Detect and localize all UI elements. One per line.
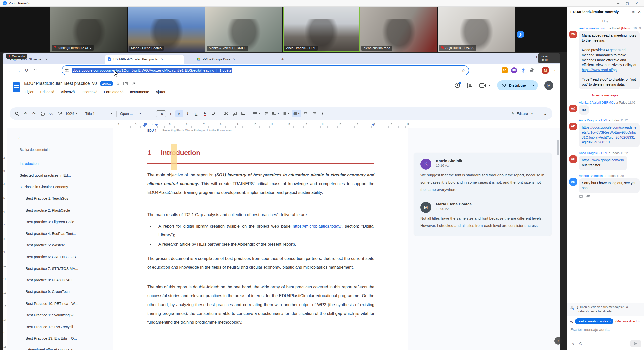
format-text-icon[interactable]: T✎ xyxy=(570,342,574,346)
join-call-button[interactable]: ▼ xyxy=(479,83,491,88)
paragraph-style-select[interactable]: Titlu 1▼ xyxy=(84,110,114,117)
outline-item[interactable]: Best practice 7: STRATOS MA... xyxy=(10,263,111,274)
highlight-color-icon[interactable] xyxy=(210,110,217,117)
message-link[interactable]: https://docs.google.com/spreadsheets/d/1… xyxy=(582,125,637,144)
browser-tab[interactable]: EDU4PlastiCircular_Best practic ✕ xyxy=(105,55,184,64)
outline-item[interactable]: Best practice 3: Filgreen Colle... xyxy=(10,216,111,228)
menu-afieaz[interactable]: Afișează xyxy=(61,90,75,94)
send-button[interactable] xyxy=(630,340,641,347)
bold-button[interactable]: B xyxy=(175,110,183,117)
reply-icon[interactable] xyxy=(579,195,583,199)
indent-marker[interactable] xyxy=(144,123,147,125)
back-icon[interactable]: ← xyxy=(6,68,14,73)
message-more-icon[interactable]: ··· xyxy=(593,195,597,199)
add-comment-icon[interactable] xyxy=(231,110,238,117)
outline-item[interactable]: Best Practice 1: TeachSus xyxy=(10,193,111,204)
outline-item[interactable]: 3. Plastic in Circular Economy ... xyxy=(10,181,111,193)
increase-indent-icon[interactable] xyxy=(310,110,318,117)
home-icon[interactable] xyxy=(31,68,40,73)
horizontal-ruler[interactable]: 2345678910111213141516171819 xyxy=(3,122,560,128)
collapse-toolbar-icon[interactable]: ▴ xyxy=(541,110,549,117)
font-size-input[interactable]: 16 xyxy=(156,110,166,117)
align-select[interactable]: ▼ xyxy=(252,110,262,117)
vertical-ruler[interactable]: 12345678910111213141516 xyxy=(3,128,7,350)
bookmark-star-icon[interactable]: ☆ xyxy=(462,68,465,73)
insert-image-icon[interactable] xyxy=(239,110,247,117)
forward-icon[interactable]: → xyxy=(14,68,23,73)
chat-popout-icon[interactable]: ⧉ xyxy=(632,10,635,14)
undo-icon[interactable]: ↶ xyxy=(22,110,29,117)
menu-fiier[interactable]: Fișier xyxy=(25,90,33,94)
outline-item[interactable]: Introduction xyxy=(10,158,111,169)
outline-item[interactable]: Educational offer of UPT-UTB xyxy=(10,344,111,350)
outline-item[interactable]: Best Practice 13: EnvEdu – O... xyxy=(10,333,111,344)
recipient-selector[interactable]: read.ai meeting notes ▾ xyxy=(575,318,613,324)
share-options-arrow[interactable]: ▼ xyxy=(529,84,538,87)
chat-collapse-button[interactable]: ‹ xyxy=(554,337,562,345)
bullet-list-select[interactable]: ▼ xyxy=(281,110,291,117)
close-tab-icon[interactable]: ✕ xyxy=(233,58,236,61)
video-tile[interactable]: Anca Draghici - UPT xyxy=(283,7,360,52)
browser-restore-button[interactable]: ❐ xyxy=(534,55,537,59)
video-tile[interactable]: Anja Bubik - FVO SI xyxy=(438,7,515,52)
close-outline-icon[interactable]: ← xyxy=(17,134,23,141)
menu-ajutor[interactable]: Ajutor xyxy=(156,90,165,94)
url-text[interactable]: docs.google.com/document/d/1Qdr_0wnEfWGJ… xyxy=(72,68,232,73)
site-settings-icon[interactable] xyxy=(65,68,70,72)
outline-item[interactable]: Best Practice 10: PET-rica - W... xyxy=(10,298,111,309)
account-avatar[interactable]: M xyxy=(544,81,553,90)
zoom-minimize-button[interactable]: ─ xyxy=(617,1,619,5)
italic-button[interactable]: I xyxy=(184,110,191,117)
spellcheck-icon[interactable]: A xyxy=(47,110,55,117)
emoji-icon[interactable]: ☺ xyxy=(578,341,583,346)
chat-close-icon[interactable]: ✕ xyxy=(638,10,641,14)
paint-format-icon[interactable] xyxy=(56,110,63,117)
document-link[interactable]: https://microplastics.today/ xyxy=(293,224,341,228)
document-title[interactable]: EDU4PlastiCircular_Best practice_v0 xyxy=(24,81,97,86)
checklist-select[interactable]: ▼ xyxy=(271,110,280,117)
comments-icon[interactable] xyxy=(467,82,473,88)
star-icon[interactable]: ☆ xyxy=(116,81,120,86)
decrease-font-icon[interactable]: − xyxy=(148,110,155,117)
video-tile[interactable]: elena cristina rada xyxy=(360,7,437,52)
outline-item[interactable]: Best practice 8: PLASTICALL xyxy=(10,274,111,286)
search-menus-icon[interactable] xyxy=(13,110,21,117)
zoom-maximize-button[interactable]: ▢ xyxy=(626,1,629,5)
close-tab-icon[interactable]: ✕ xyxy=(45,58,48,61)
outline-item[interactable]: Best practice 2: PlastiCircle xyxy=(10,205,111,216)
message-sender[interactable]: Anca Draghici - UPT xyxy=(579,151,608,155)
share-button[interactable]: Distribuie ▼ xyxy=(497,80,538,90)
url-bar[interactable]: docs.google.com/document/d/1Qdr_0wnEfWGJ… xyxy=(62,65,469,75)
message-sender[interactable]: read.ai meeting notes xyxy=(579,27,608,30)
menu-instrumente[interactable]: Instrumente xyxy=(130,90,149,94)
extension-sc-icon[interactable]: SC xyxy=(502,67,508,73)
decrease-indent-icon[interactable] xyxy=(302,110,309,117)
version-history-icon[interactable] xyxy=(454,82,460,88)
numbered-list-select[interactable]: 123▼ xyxy=(292,110,301,117)
clear-formatting-icon[interactable] xyxy=(319,110,327,117)
move-folder-icon[interactable] xyxy=(123,82,128,86)
cloud-saved-icon[interactable] xyxy=(132,82,137,85)
video-tile[interactable]: Maria - Elena Boatca xyxy=(128,7,205,52)
add-reaction-icon[interactable] xyxy=(586,195,590,199)
new-tab-button[interactable]: + xyxy=(281,57,284,62)
browser-tab[interactable]: PPT – Google Drive ✕ xyxy=(194,55,271,64)
outline-item[interactable]: Best practice 6: GREEN GLOB... xyxy=(10,251,111,263)
zoom-select[interactable]: 100%▼ xyxy=(64,110,79,117)
message-sender[interactable]: Anca Draghici - UPT xyxy=(579,119,608,122)
font-select[interactable]: Open ...▼ xyxy=(119,110,142,117)
menu-insereaz[interactable]: Inserează xyxy=(82,90,98,94)
right-indent-marker[interactable] xyxy=(372,124,375,128)
insert-link-icon[interactable] xyxy=(222,110,230,117)
extension-arrow-icon[interactable] xyxy=(521,68,526,73)
video-tile[interactable]: santiago ferrandiz UPV xyxy=(50,7,127,52)
outline-item[interactable]: Selected good practices in Ed... xyxy=(10,169,111,181)
chat-message-input[interactable]: Escribir mensaje aquí... xyxy=(567,325,644,338)
reload-icon[interactable]: ⟳ xyxy=(23,68,31,73)
browser-minimize-button[interactable]: — xyxy=(518,55,521,59)
browser-menu-icon[interactable]: ⋮ xyxy=(553,68,557,73)
outline-item[interactable]: Best practice 4: EcoPlas Timi... xyxy=(10,228,111,239)
gallery-next-button[interactable]: ❯ xyxy=(517,31,524,38)
outline-item[interactable]: Best Practice 12: PVC recycli... xyxy=(10,321,111,332)
extension-en-icon[interactable]: EN xyxy=(511,67,517,73)
